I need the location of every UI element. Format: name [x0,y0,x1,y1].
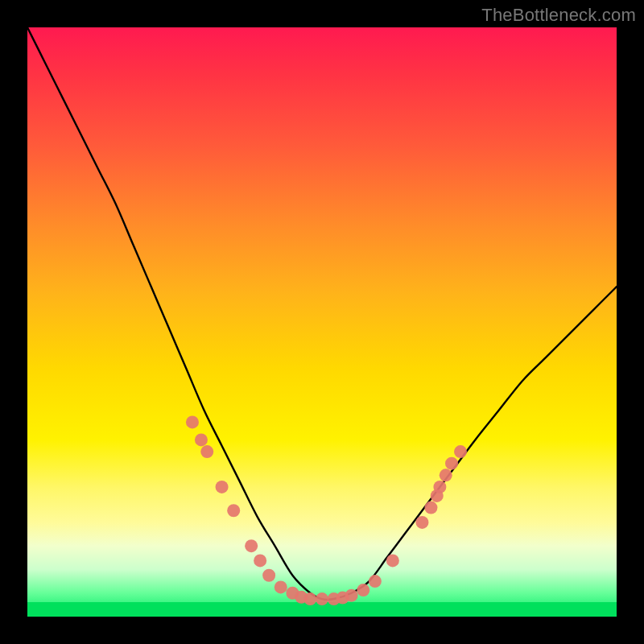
highlight-marker [415,516,428,529]
highlight-marker [227,504,240,517]
highlight-marker [303,592,316,605]
highlight-marker [454,445,467,458]
highlight-marker [216,481,229,493]
highlight-marker-group [186,415,467,605]
highlight-marker [386,554,399,567]
highlight-marker [433,481,446,493]
bottleneck-curve-path [27,27,617,600]
highlight-marker [440,469,452,481]
highlight-marker [369,575,382,588]
highlight-marker [262,569,275,582]
plot-area [27,27,617,617]
highlight-marker [357,584,369,597]
chart-frame: TheBottleneck.com [0,0,644,644]
chart-svg-layer [27,27,617,617]
highlight-marker [245,539,258,552]
highlight-marker [345,589,358,602]
highlight-marker [424,502,437,514]
highlight-marker [275,580,287,593]
highlight-marker [316,592,328,605]
highlight-marker [186,415,199,428]
highlight-marker [254,554,266,567]
highlight-marker [200,445,213,458]
highlight-marker [445,457,458,470]
watermark-text: TheBottleneck.com [481,5,636,26]
highlight-marker [195,433,208,446]
